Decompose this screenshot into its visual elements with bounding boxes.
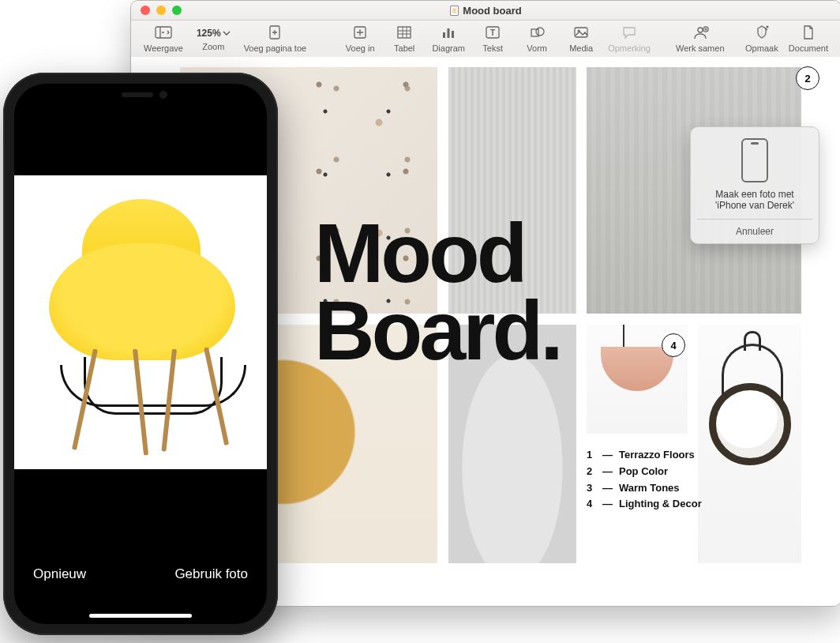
zoom-button[interactable]: 125% Zoom — [188, 24, 239, 51]
format-button[interactable]: Opmaak — [740, 24, 784, 53]
cancel-button[interactable]: Annuleer — [697, 219, 812, 243]
view-label: Weergave — [144, 43, 183, 53]
insert-icon — [351, 24, 369, 41]
format-icon — [753, 24, 771, 41]
document-icon — [800, 24, 817, 41]
table-label: Tabel — [394, 43, 414, 53]
add-page-button[interactable]: Voeg pagina toe — [239, 24, 312, 53]
tile-mirror[interactable] — [698, 325, 801, 563]
svg-text:T: T — [490, 28, 495, 37]
svg-rect-14 — [448, 28, 450, 38]
iphone-screen: Opnieuw Gebruik foto — [14, 84, 267, 624]
media-button[interactable]: Media — [559, 24, 603, 53]
shape-label: Vorm — [527, 43, 547, 53]
toolbar: Weergave 125% Zoom Voeg pagina toe — [131, 21, 840, 61]
view-icon — [155, 24, 172, 41]
use-photo-button[interactable]: Gebruik foto — [174, 566, 248, 582]
headline-line2: Board. — [314, 292, 561, 370]
close-icon[interactable] — [141, 6, 150, 15]
document-button[interactable]: Document — [784, 24, 833, 53]
svg-point-26 — [766, 26, 768, 28]
collaborate-icon — [692, 24, 709, 41]
svg-point-22 — [698, 28, 703, 32]
svg-rect-15 — [452, 31, 454, 38]
svg-point-19 — [536, 28, 544, 36]
text-button[interactable]: T Tekst — [471, 24, 515, 53]
badge-2[interactable]: 2 — [796, 66, 819, 90]
legend-row: 4 — Lighting & Decor — [587, 496, 702, 513]
document-label: Document — [789, 43, 828, 53]
text-label: Tekst — [482, 43, 503, 53]
iphone-outline-icon — [741, 138, 768, 182]
legend: 1 — Terrazzo Floors 2 — Pop Color 3 — Wa… — [587, 447, 702, 513]
legend-row: 3 — Warm Tones — [587, 480, 702, 497]
comment-button: Opmerking — [603, 24, 655, 53]
badge-4[interactable]: 4 — [662, 333, 685, 357]
headline-line1: Mood — [314, 215, 561, 292]
shape-button[interactable]: Vorm — [515, 24, 559, 53]
chevron-down-icon — [223, 29, 231, 37]
chart-button[interactable]: Diagram — [426, 24, 471, 53]
comment-icon — [621, 24, 638, 41]
titlebar[interactable]: Mood board — [131, 1, 840, 21]
chart-icon — [440, 24, 457, 41]
svg-rect-13 — [443, 32, 445, 38]
table-button[interactable]: Tabel — [382, 24, 426, 53]
add-page-icon — [266, 24, 283, 41]
insert-button[interactable]: Voeg in — [338, 24, 382, 53]
svg-rect-8 — [398, 27, 411, 38]
minimize-icon[interactable] — [156, 6, 166, 15]
table-icon — [396, 24, 413, 41]
collaborate-label: Werk samen — [676, 43, 725, 53]
document-icon — [450, 6, 459, 16]
iphone-device: Opnieuw Gebruik foto — [3, 73, 278, 635]
headline[interactable]: Mood Board. — [314, 215, 561, 369]
insert-label: Voeg in — [346, 43, 375, 53]
chair-seat-icon — [49, 243, 235, 360]
camera-bottom-bar: Opnieuw Gebruik foto — [14, 540, 267, 624]
svg-rect-18 — [531, 29, 538, 36]
popover-text-line2: 'iPhone van Derek' — [697, 200, 812, 211]
media-icon — [572, 24, 590, 41]
legend-row: 1 — Terrazzo Floors — [587, 447, 702, 464]
traffic-lights — [131, 6, 182, 15]
popover-text-line1: Maak een foto met — [697, 189, 812, 200]
shape-icon — [528, 24, 546, 41]
retake-button[interactable]: Opnieuw — [33, 566, 86, 582]
legend-row: 2 — Pop Color — [587, 464, 702, 480]
chart-label: Diagram — [432, 43, 465, 53]
mirror-icon — [709, 383, 791, 465]
text-icon: T — [484, 24, 501, 41]
collaborate-button[interactable]: Werk samen — [671, 24, 729, 53]
window-title-text: Mood board — [463, 5, 521, 17]
zoom-label: Zoom — [202, 42, 224, 51]
zoom-value: 125% — [197, 28, 221, 39]
camera-photo-preview[interactable] — [14, 175, 267, 469]
comment-label: Opmerking — [608, 43, 651, 53]
lamp-shade-icon — [601, 347, 673, 391]
window-title: Mood board — [131, 5, 840, 17]
media-label: Media — [569, 43, 593, 53]
home-indicator-icon[interactable] — [89, 614, 192, 618]
iphone-notch-icon — [77, 84, 204, 107]
continuity-camera-popover: Maak een foto met 'iPhone van Derek' Ann… — [690, 126, 819, 244]
add-page-label: Voeg pagina toe — [244, 43, 307, 53]
format-label: Opmaak — [745, 43, 778, 53]
zoom-icon[interactable] — [172, 6, 182, 15]
view-button[interactable]: Weergave — [139, 24, 188, 53]
